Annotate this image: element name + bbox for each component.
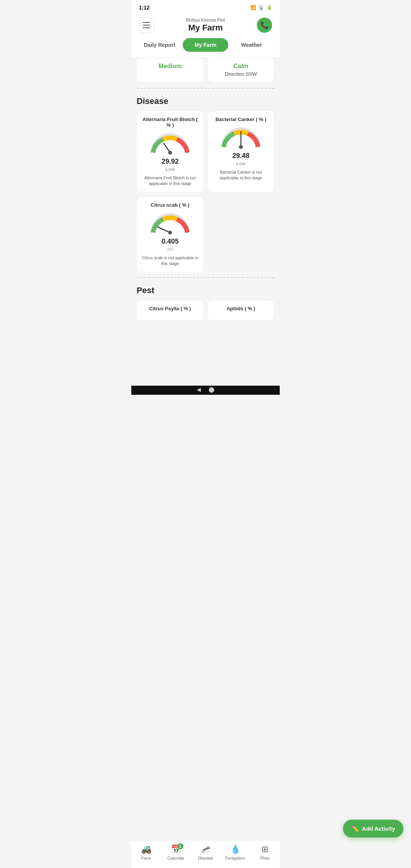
menu-button[interactable]	[139, 18, 154, 33]
humidity-value: Medium	[142, 63, 198, 70]
alternaria-value: 29.92	[142, 158, 199, 166]
status-icons: 📶 📡 🔋	[250, 5, 272, 10]
pest-cards-row: Citrus Psylla ( % ) Aphids ( % )	[137, 300, 274, 321]
wind-card: Calm Direction:SSW	[207, 57, 274, 83]
citrus-scab-value: 0.405	[142, 238, 199, 246]
humidity-card: Medium	[137, 57, 204, 83]
bacterial-canker-gauge	[220, 126, 262, 149]
alternaria-gauge	[149, 132, 191, 155]
citrus-scab-level: Nil	[142, 246, 199, 252]
svg-point-1	[168, 151, 172, 155]
disease-cards-row2: Citrus scab ( % ) 0.405 Nil Citrus scab …	[137, 196, 274, 273]
bacterial-canker-level: Low	[212, 161, 269, 166]
disease-section-title: Disease	[137, 96, 168, 106]
divider-top	[137, 88, 274, 89]
bacterial-canker-title: Bacterial Canker ( % )	[212, 116, 269, 122]
alternaria-card: Alternaria Fruit Blotch ( % ) 29.92	[137, 111, 204, 193]
battery-icon: 🔋	[266, 5, 272, 10]
status-time: 1:12	[139, 5, 150, 11]
gesture-bar: ◀ ⬤	[131, 386, 280, 395]
tab-weather[interactable]: Weather	[228, 38, 274, 52]
call-icon: 📞	[260, 21, 269, 29]
page-title: My Farm	[186, 23, 225, 33]
menu-icon-line1	[143, 22, 150, 23]
pest-section-header: Pest	[137, 282, 274, 300]
home-gesture[interactable]: ⬤	[209, 386, 215, 393]
citrus-scab-desc: Citrus scab is not applicable in this st…	[142, 255, 199, 267]
tab-my-farm[interactable]: My Farm	[183, 38, 229, 52]
wifi-icon: 📶	[250, 5, 256, 10]
alternaria-title: Alternaria Fruit Blotch ( % )	[142, 116, 199, 128]
back-gesture[interactable]: ◀	[197, 386, 201, 393]
citrus-psylla-card: Citrus Psylla ( % )	[137, 300, 204, 321]
menu-icon-line3	[143, 27, 150, 28]
summary-cards: Medium Calm Direction:SSW	[137, 57, 274, 83]
citrus-psylla-title: Citrus Psylla ( % )	[142, 306, 199, 311]
citrus-scab-title: Citrus scab ( % )	[142, 202, 199, 208]
bacterial-canker-desc: Bacterial Canker is not applicable in th…	[212, 169, 269, 181]
status-bar: 1:12 📶 📡 🔋	[131, 0, 280, 14]
aphids-title: Aphids ( % )	[212, 306, 269, 311]
svg-line-4	[158, 227, 170, 233]
disease-cards-row1: Alternaria Fruit Blotch ( % ) 29.92	[137, 111, 274, 193]
bacterial-canker-value: 29.48	[212, 152, 269, 160]
call-support-button[interactable]: 📞	[257, 18, 272, 33]
svg-point-3	[239, 145, 243, 149]
main-content: Medium Calm Direction:SSW Disease Altern…	[131, 57, 280, 386]
citrus-scab-gauge	[149, 212, 191, 235]
tab-daily-report[interactable]: Daily Report	[137, 38, 183, 52]
alternaria-level: Low	[142, 166, 199, 172]
alternaria-desc: Alternaria Fruit Blotch is not applicabl…	[142, 175, 199, 187]
header: Bhitiya Kinnow Plot My Farm 📞	[131, 14, 280, 38]
pest-section-title: Pest	[137, 286, 154, 295]
aphids-card: Aphids ( % )	[207, 300, 274, 321]
header-title-block: Bhitiya Kinnow Plot My Farm	[186, 18, 225, 33]
tab-bar: Daily Report My Farm Weather	[131, 38, 280, 57]
bacterial-canker-card: Bacterial Canker ( % ) 29.48 Low Bacteri…	[207, 111, 274, 193]
wind-value: Calm	[213, 63, 269, 70]
menu-icon-line2	[143, 25, 150, 26]
citrus-scab-card: Citrus scab ( % ) 0.405 Nil Citrus scab …	[137, 196, 204, 273]
disease-section-header: Disease	[137, 93, 274, 111]
svg-point-5	[168, 231, 172, 235]
signal-icon: 📡	[258, 5, 264, 10]
wind-direction: Direction:SSW	[213, 71, 269, 77]
farm-subtitle: Bhitiya Kinnow Plot	[186, 18, 225, 23]
divider-pest	[137, 277, 274, 278]
